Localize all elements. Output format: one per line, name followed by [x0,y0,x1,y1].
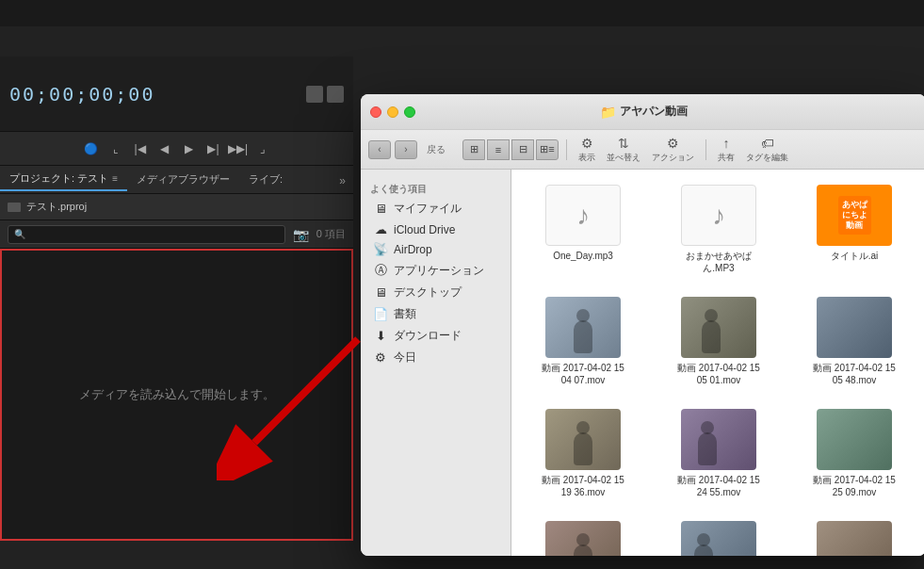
sort-icon: ⇅ [618,136,629,151]
sidebar-item-airdrop[interactable]: 📡 AirDrop [364,239,508,259]
transport-btn-step-back[interactable]: ◀ [156,140,173,157]
camera-icon[interactable]: 📷 [293,227,309,242]
file-thumbnail: ♪ [681,185,756,246]
list-item[interactable]: 動画 2017-04-02 15 [658,517,779,556]
person-silhouette [698,432,717,465]
video-preview [545,521,621,556]
item-count: 0 項目 [316,227,346,241]
list-item[interactable]: 動画 2017-04-02 15 05 48.mov [794,293,915,390]
list-item[interactable]: ♪ おまかせあやぱん.MP3 [658,181,779,278]
music-note-icon: ♪ [576,201,590,231]
display-label: 表示 [578,152,595,164]
maximize-button[interactable] [404,106,415,118]
file-name: 動画 2017-04-02 15 19 36.mov [541,474,625,498]
sidebar-item-applications-label: アプリケーション [394,263,484,279]
list-item[interactable]: 動画 2017-04-02 15 25 09.mov [794,405,915,502]
sidebar-item-icloud-label: iCloud Drive [394,223,455,236]
action-btn[interactable]: ⚙ アクション [648,135,698,165]
transport-btn-next[interactable]: ▶▶| [230,140,247,157]
toolbar-sep-1 [566,139,567,160]
tab-project[interactable]: プロジェクト: テスト ≡ [0,168,127,191]
close-button[interactable] [370,106,381,118]
tab-project-label: プロジェクト: テスト [9,171,108,186]
list-item[interactable]: 動画 2017-04-02 15 24 55.mov [658,405,779,502]
transport-btn-prev[interactable]: |◀ [132,140,149,157]
list-item[interactable]: 動画 2017-04-02 15 04 07.mov [523,293,643,390]
file-thumbnail [681,521,756,556]
minimize-button[interactable] [387,106,398,118]
share-btn[interactable]: ↑ 共有 [714,135,738,165]
transport-btn-in[interactable]: ⌞ [107,140,124,157]
view-icon-btn[interactable]: ⊞ [462,139,485,160]
file-thumbnail [681,297,756,358]
tag-label: タグを編集 [746,152,788,164]
sidebar-item-myfiles[interactable]: 🖥 マイファイル [364,198,508,219]
finder-body: よく使う項目 🖥 マイファイル ☁ iCloud Drive 📡 AirDrop… [361,170,924,556]
file-thumbnail [817,409,892,470]
sort-btn[interactable]: ⇅ 並べ替え [603,135,644,165]
tab-live[interactable]: ライブ: [239,169,292,190]
list-item[interactable]: あやぱにちよ動画 タイトル.ai [794,181,915,278]
search-placeholder: 🔍 [14,229,25,239]
sidebar-item-downloads-label: ダウンロード [394,328,462,344]
search-row: 🔍 📷 0 項目 [0,220,353,249]
view-list-btn[interactable]: ≡ [487,139,510,160]
timecode-icons [306,86,344,103]
sidebar-item-downloads[interactable]: ⬇ ダウンロード [364,325,508,347]
toolbar-sep-2 [705,139,706,160]
list-item[interactable]: 動画 [794,517,915,556]
video-preview [681,297,756,358]
transport-btn-out[interactable]: ⌟ [254,140,271,157]
transport-btn-step-fwd[interactable]: ▶| [205,140,222,157]
file-name: One_Day.mp3 [553,250,613,262]
video-preview [681,409,756,470]
video-preview [817,297,892,358]
tab-media-browser-label: メディアブラウザー [137,172,230,187]
tc-icon-2 [327,86,344,103]
back-button[interactable]: ‹ [368,140,391,159]
tab-media-browser[interactable]: メディアブラウザー [127,169,239,190]
myfiles-icon: 🖥 [373,202,388,216]
forward-button[interactable]: › [395,140,417,159]
view-column-btn[interactable]: ⊟ [511,139,534,160]
applications-icon: Ⓐ [373,262,388,279]
expand-btn[interactable]: » [339,171,353,188]
sidebar-item-icloud[interactable]: ☁ iCloud Drive [364,219,508,239]
tag-icon: 🏷 [761,136,774,151]
finder-title-text: アヤパン動画 [620,104,688,120]
list-item[interactable]: 動画 2017-04-02 15 [523,517,643,556]
list-item[interactable]: 動画 2017-04-02 15 19 36.mov [523,405,643,502]
finder-toolbar: ‹ › 戻る ⊞ ≡ ⊟ ⊞≡ ⚙ 表示 ⇅ 並べ替え ⚙ アクション ↑ 共有 [361,130,924,170]
sidebar-item-documents-label: 書類 [394,306,416,322]
search-box[interactable]: 🔍 [8,225,285,244]
finder-titlebar: 📁 アヤパン動画 [361,94,924,130]
person-silhouette [574,432,592,465]
list-item[interactable]: ♪ One_Day.mp3 [523,181,643,278]
view-cover-btn[interactable]: ⊞≡ [536,139,559,160]
list-item[interactable]: 動画 2017-04-02 15 05 01.mov [658,293,779,390]
display-btn[interactable]: ⚙ 表示 [575,135,599,165]
sort-label: 並べ替え [607,152,640,164]
project-row: テスト.prproj [0,194,353,220]
action-label: アクション [652,152,694,164]
sidebar-item-documents[interactable]: 📄 書類 [364,303,508,325]
media-area: メディアを読み込んで開始します。 [0,249,353,541]
transport-btn-marker[interactable]: 🔵 [83,140,100,157]
transport-bar: 🔵 ⌞ |◀ ◀ ▶ ▶| ▶▶| ⌟ [0,132,353,166]
person-silhouette [694,545,713,556]
sidebar-item-airdrop-label: AirDrop [394,243,432,256]
sidebar-item-today-label: 今日 [394,350,416,366]
tag-btn[interactable]: 🏷 タグを編集 [742,135,792,165]
sidebar-item-applications[interactable]: Ⓐ アプリケーション [364,259,508,282]
tab-project-menu[interactable]: ≡ [112,173,118,184]
transport-btn-play[interactable]: ▶ [181,140,198,157]
documents-icon: 📄 [373,307,388,321]
timecode-display: 00;00;00;00 [9,83,154,106]
sidebar-item-desktop[interactable]: 🖥 デスクトップ [364,282,508,303]
desktop-icon: 🖥 [373,285,388,300]
video-preview [817,409,892,470]
project-file-icon [8,203,21,212]
sidebar-item-today[interactable]: ⚙ 今日 [364,347,508,368]
file-grid: ♪ One_Day.mp3 ♪ おまかせあやぱん.MP3 あやぱにちよ動画 [523,181,915,556]
tabs-row: プロジェクト: テスト ≡ メディアブラウザー ライブ: » [0,166,353,194]
